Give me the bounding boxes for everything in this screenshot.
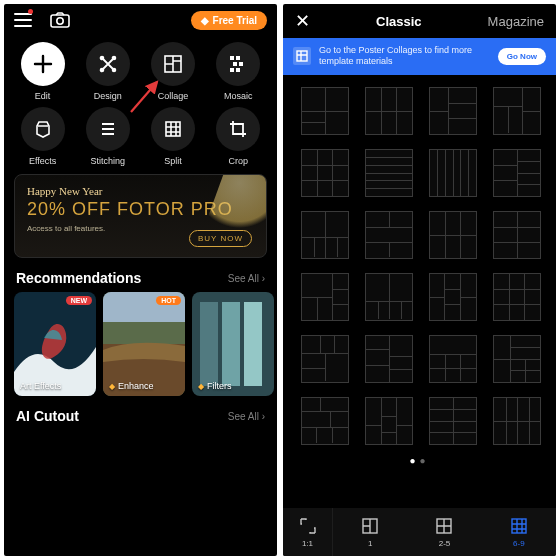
tool-mosaic[interactable]: Mosaic xyxy=(206,42,271,101)
tool-split[interactable]: Split xyxy=(141,107,206,166)
effects-icon xyxy=(21,107,65,151)
menu-icon[interactable] xyxy=(14,13,32,27)
crop-icon xyxy=(216,107,260,151)
layout-option[interactable] xyxy=(365,87,413,135)
free-trial-label: Free Trial xyxy=(213,15,257,26)
tool-label: Effects xyxy=(29,156,56,166)
layout-option[interactable] xyxy=(365,397,413,445)
go-now-button[interactable]: Go Now xyxy=(498,48,546,65)
premium-diamond-icon: ◆ xyxy=(109,382,115,391)
poster-banner[interactable]: Go to the Poster Collages to find more t… xyxy=(283,38,556,75)
tool-label: Split xyxy=(164,156,182,166)
tool-label: Stitching xyxy=(91,156,126,166)
split-icon xyxy=(151,107,195,151)
notification-dot xyxy=(28,9,33,14)
layout-option[interactable] xyxy=(493,397,541,445)
layout-option[interactable] xyxy=(365,211,413,259)
layout-option[interactable] xyxy=(493,273,541,321)
aspect-ratio-button[interactable]: 1:1 xyxy=(283,508,333,556)
see-all-link[interactable]: See All › xyxy=(228,411,265,422)
poster-icon xyxy=(293,47,311,65)
diamond-icon: ◆ xyxy=(201,15,209,26)
close-icon[interactable]: ✕ xyxy=(295,12,310,30)
tool-stitching[interactable]: Stitching xyxy=(75,107,140,166)
layout-option[interactable] xyxy=(301,211,349,259)
svg-point-5 xyxy=(112,69,115,72)
recommendation-cards[interactable]: NEW Art Effects HOT ◆Enhance ◆Filters xyxy=(4,292,277,396)
card-label: Art Effects xyxy=(20,381,61,391)
ratio-label: 1:1 xyxy=(302,539,313,548)
tool-collage[interactable]: Collage xyxy=(141,42,206,101)
layout-option[interactable] xyxy=(365,335,413,383)
svg-rect-11 xyxy=(230,68,234,72)
tool-label: Edit xyxy=(35,91,51,101)
layout-option[interactable] xyxy=(301,87,349,135)
svg-rect-23 xyxy=(297,51,307,61)
layout-option[interactable] xyxy=(493,335,541,383)
card-filters[interactable]: ◆Filters xyxy=(192,292,274,396)
tool-effects[interactable]: Effects xyxy=(10,107,75,166)
layout-option[interactable] xyxy=(429,397,477,445)
tool-crop[interactable]: Crop xyxy=(206,107,271,166)
top-bar: ◆ Free Trial xyxy=(4,4,277,36)
tab-classic[interactable]: Classic xyxy=(376,14,422,29)
page-indicator: ●● xyxy=(283,451,556,468)
svg-rect-26 xyxy=(512,519,526,533)
svg-point-1 xyxy=(57,18,63,24)
section-header-recommendations: Recommendations See All › xyxy=(4,258,277,292)
tab-label: 1 xyxy=(368,539,372,548)
layout-option[interactable] xyxy=(493,149,541,197)
tab-count-6-9[interactable]: 6-9 xyxy=(482,508,556,556)
promo-banner[interactable]: Happy New Year 20% OFF FOTOR PRO Access … xyxy=(14,174,267,258)
buy-now-button[interactable]: BUY NOW xyxy=(189,230,252,247)
layout-option[interactable] xyxy=(429,211,477,259)
collage-screen: ✕ Classic Magazine Go to the Poster Coll… xyxy=(283,4,556,556)
svg-point-2 xyxy=(100,57,103,60)
svg-rect-20 xyxy=(200,302,218,386)
tool-grid: Edit Design Collage Mosaic Effects xyxy=(4,36,277,168)
layout-option[interactable] xyxy=(429,273,477,321)
card-label: ◆Enhance xyxy=(109,381,154,391)
tool-label: Mosaic xyxy=(224,91,253,101)
mosaic-icon xyxy=(216,42,260,86)
layout-option[interactable] xyxy=(429,335,477,383)
tool-design[interactable]: Design xyxy=(75,42,140,101)
free-trial-button[interactable]: ◆ Free Trial xyxy=(191,11,267,30)
premium-diamond-icon: ◆ xyxy=(198,382,204,391)
svg-rect-21 xyxy=(222,302,240,386)
layout-option[interactable] xyxy=(301,149,349,197)
layout-option[interactable] xyxy=(301,335,349,383)
tab-magazine[interactable]: Magazine xyxy=(488,14,544,29)
layout-option[interactable] xyxy=(493,87,541,135)
design-icon xyxy=(86,42,130,86)
badge-new: NEW xyxy=(66,296,92,305)
section-header-ai-cutout: AI Cutout See All › xyxy=(4,396,277,430)
tab-count-1[interactable]: 1 xyxy=(333,508,407,556)
tool-edit[interactable]: Edit xyxy=(10,42,75,101)
svg-rect-10 xyxy=(239,62,243,66)
card-enhance[interactable]: HOT ◆Enhance xyxy=(103,292,185,396)
layout-option[interactable] xyxy=(493,211,541,259)
section-title: Recommendations xyxy=(16,270,141,286)
svg-rect-12 xyxy=(236,68,240,72)
camera-icon[interactable] xyxy=(50,12,70,28)
collage-icon xyxy=(151,42,195,86)
layout-option[interactable] xyxy=(301,273,349,321)
svg-point-3 xyxy=(112,57,115,60)
tab-count-2-5[interactable]: 2-5 xyxy=(407,508,481,556)
tool-label: Crop xyxy=(229,156,249,166)
layout-option[interactable] xyxy=(429,87,477,135)
svg-rect-8 xyxy=(236,56,240,60)
stitching-icon xyxy=(86,107,130,151)
layout-option[interactable] xyxy=(365,273,413,321)
layout-option[interactable] xyxy=(429,149,477,197)
card-art-effects[interactable]: NEW Art Effects xyxy=(14,292,96,396)
section-title: AI Cutout xyxy=(16,408,79,424)
svg-rect-22 xyxy=(244,302,262,386)
see-all-link[interactable]: See All › xyxy=(228,273,265,284)
card-label: ◆Filters xyxy=(198,381,232,391)
layout-option[interactable] xyxy=(365,149,413,197)
layout-option[interactable] xyxy=(301,397,349,445)
svg-rect-7 xyxy=(230,56,234,60)
svg-rect-13 xyxy=(166,122,180,136)
